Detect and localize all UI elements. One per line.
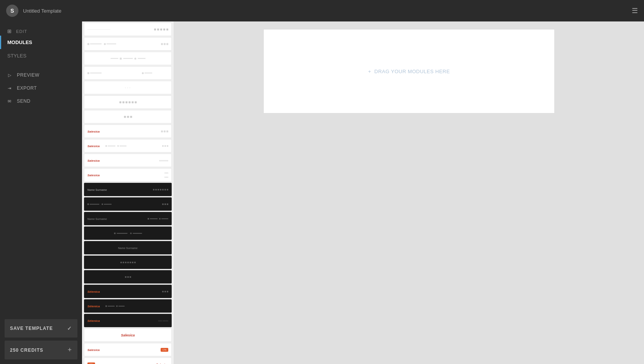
edit-label: EDIT <box>16 29 27 34</box>
plus-icon: + <box>67 346 72 354</box>
list-item[interactable]: Salesica <box>84 139 172 152</box>
sidebar-item-modules[interactable]: Modules <box>0 36 82 49</box>
bottom-section: SAVE TEMPLATE ✓ 250 CREDITS + <box>0 315 82 364</box>
preview-label: PREVIEW <box>17 72 39 78</box>
menu-icon[interactable]: ☰ <box>632 7 638 15</box>
list-item[interactable] <box>84 37 172 51</box>
sidebar-item-edit[interactable]: ⊞ EDIT <box>0 25 82 36</box>
drag-hint-plus: + <box>368 69 371 74</box>
list-item[interactable] <box>84 256 172 269</box>
send-label: SEND <box>17 98 30 104</box>
export-icon: ⇥ <box>6 86 13 91</box>
sidebar-item-preview[interactable]: ▷ PREVIEW <box>0 69 82 82</box>
styles-label: Styles <box>7 53 26 59</box>
main-layout: ⊞ EDIT Modules Styles ▷ PREVIEW ⇥ EXPORT <box>0 21 644 364</box>
credits-label: 250 CREDITS <box>10 348 43 353</box>
drag-hint: + DRAG YOUR MODULES HERE <box>368 69 450 74</box>
list-item[interactable] <box>84 226 172 240</box>
canvas[interactable]: + DRAG YOUR MODULES HERE <box>263 29 555 113</box>
edit-icon: ⊞ <box>6 28 13 34</box>
list-item[interactable]: Sélenica xxxx xxxxxx <box>84 314 172 327</box>
left-sidebar: ⊞ EDIT Modules Styles ▷ PREVIEW ⇥ EXPORT <box>0 21 82 364</box>
list-item[interactable]: Salesica <box>84 125 172 138</box>
list-item[interactable]: • • • <box>84 81 172 94</box>
list-item[interactable] <box>84 66 172 80</box>
list-item[interactable] <box>84 197 172 211</box>
save-template-button[interactable]: SAVE TEMPLATE ✓ <box>5 319 77 338</box>
list-item[interactable]: Salesica CTA <box>84 343 172 356</box>
module-panel: • • • <box>82 21 174 364</box>
export-label: EXPORT <box>17 85 37 91</box>
list-item[interactable] <box>84 270 172 284</box>
avatar: S <box>6 5 18 17</box>
topbar: S Untitled Template ☰ <box>0 0 644 21</box>
sidebar-item-styles[interactable]: Styles <box>0 49 82 62</box>
list-item[interactable]: Salesica xxxx xxxx <box>84 168 172 182</box>
credits-button[interactable]: 250 CREDITS + <box>5 341 77 359</box>
nav-items: ⊞ EDIT Modules Styles ▷ PREVIEW ⇥ EXPORT <box>0 21 82 315</box>
send-icon: ✉ <box>6 99 13 104</box>
list-item[interactable]: Salesica <box>84 328 172 342</box>
list-item[interactable] <box>84 23 172 36</box>
list-item[interactable] <box>84 52 172 65</box>
list-item[interactable]: Sélenica <box>84 299 172 313</box>
list-item[interactable]: CTA Salesica <box>84 357 172 364</box>
sidebar-item-export[interactable]: ⇥ EXPORT <box>0 82 82 95</box>
modules-label: Modules <box>7 39 32 45</box>
canvas-area: + DRAG YOUR MODULES HERE <box>174 21 644 364</box>
preview-icon: ▷ <box>6 73 13 78</box>
save-template-label: SAVE TEMPLATE <box>10 326 53 331</box>
list-item[interactable]: Name Surname <box>84 241 172 254</box>
check-icon: ✓ <box>67 325 72 331</box>
list-item[interactable] <box>84 95 172 109</box>
topbar-title: Untitled Template <box>23 8 627 14</box>
list-item[interactable]: Name Surname <box>84 183 172 196</box>
list-item[interactable] <box>84 110 172 123</box>
sidebar-item-send[interactable]: ✉ SEND <box>0 95 82 108</box>
list-item[interactable]: Salesica xxxxxxxx <box>84 154 172 167</box>
list-item[interactable]: Name Surname <box>84 212 172 225</box>
list-item[interactable]: Sélenica <box>84 285 172 298</box>
